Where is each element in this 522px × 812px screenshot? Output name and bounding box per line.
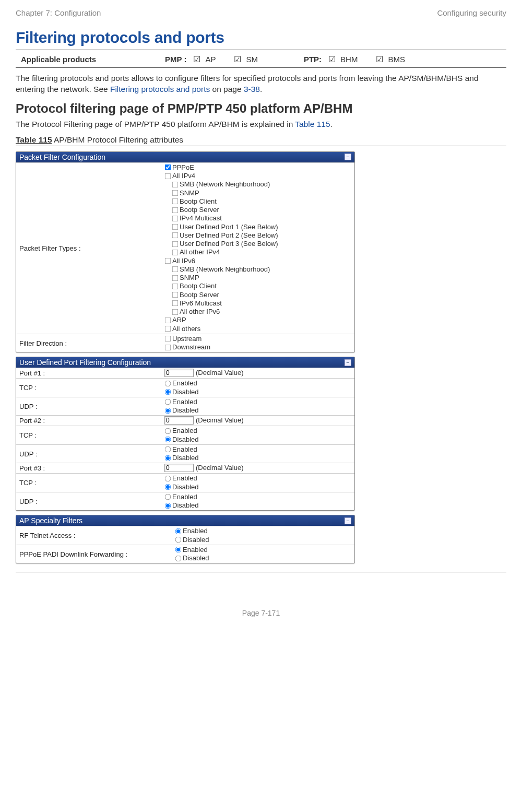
table-link[interactable]: Table 115 (295, 120, 330, 128)
row-value: (Decimal Value) (162, 416, 354, 426)
checkbox-snmp-v4[interactable] (172, 190, 179, 196)
opt-label: Enabled (172, 398, 197, 406)
applicable-products-row: Applicable products PMP : ☑ AP ☑ SM PTP:… (16, 52, 506, 67)
filter-direction-row: Filter Direction : Upstream Downstream (16, 334, 354, 352)
radio-padi-enabled[interactable] (175, 547, 182, 553)
user-defined-port-panel: User Defined Port Filtering Configuratio… (16, 357, 355, 511)
header-left: Chapter 7: Configuration (16, 8, 101, 17)
row-value: Upstream Downstream (162, 334, 354, 352)
port3-input[interactable] (164, 464, 194, 472)
checkbox-allothers[interactable] (165, 326, 171, 332)
opt-label: User Defined Port 2 (See Below) (180, 231, 278, 240)
radio-port3-udp-enabled[interactable] (165, 494, 171, 500)
checkbox-bootpclient-v6[interactable] (172, 284, 179, 290)
opt-label: SNMP (180, 189, 199, 197)
checkbox-udp2[interactable] (172, 232, 179, 239)
radio-port3-udp-disabled[interactable] (165, 502, 171, 509)
checkbox-arp[interactable] (165, 317, 171, 324)
checkbox-pppoe[interactable] (165, 164, 171, 171)
row-value: Enabled Disabled (162, 492, 354, 511)
radio-port2-udp-disabled[interactable] (165, 455, 171, 461)
page-footer: Page 7-171 (16, 609, 506, 617)
radio-port3-tcp-enabled[interactable] (165, 476, 171, 482)
checkbox-udp1[interactable] (172, 224, 179, 230)
opt-label: User Defined Port 3 (See Below) (180, 240, 278, 248)
page-header: Chapter 7: Configuration Configuring sec… (16, 8, 506, 17)
checkbox-downstream[interactable] (165, 344, 171, 350)
intro-text-2: on page (210, 85, 244, 93)
radio-port1-udp-disabled[interactable] (165, 407, 171, 414)
checkbox-smb-v6[interactable] (172, 266, 179, 273)
row-label: Port #3 : (16, 463, 162, 473)
checkbox-ipv6multicast[interactable] (172, 300, 179, 307)
row-value: PPPoE All IPv4 SMB (Network Neighborhood… (162, 163, 354, 334)
row-label: RF Telnet Access : (16, 526, 173, 545)
figure-wrap: Packet Filter Configuration − Packet Fil… (16, 146, 506, 573)
radio-port1-tcp-disabled[interactable] (165, 389, 171, 395)
collapse-icon[interactable]: − (345, 359, 351, 366)
decimal-note: (Decimal Value) (196, 369, 244, 376)
checkbox-allotheripv6[interactable] (172, 309, 179, 315)
checkbox-bootpclient-v4[interactable] (172, 198, 179, 205)
panel-title: AP Specialty Filters (19, 516, 82, 525)
opt-label: Bootp Server (180, 291, 219, 299)
radio-port2-tcp-enabled[interactable] (165, 428, 171, 434)
opt-label: Enabled (183, 527, 208, 535)
check-icon: ☑ (374, 54, 385, 64)
radio-port1-udp-enabled[interactable] (165, 399, 171, 405)
checkbox-upstream[interactable] (165, 336, 171, 342)
intro-link[interactable]: Filtering protocols and ports (110, 85, 210, 93)
row-value: Enabled Disabled (162, 397, 354, 416)
collapse-icon[interactable]: − (345, 517, 351, 524)
radio-port2-udp-enabled[interactable] (165, 446, 171, 453)
radio-port2-tcp-disabled[interactable] (165, 437, 171, 443)
ptp-label: PTP: (304, 55, 322, 64)
checkbox-allotheripv4[interactable] (172, 250, 179, 256)
collapse-icon[interactable]: − (345, 154, 351, 160)
decimal-note: (Decimal Value) (196, 464, 244, 472)
sub-heading: Protocol filtering page of PMP/PTP 450 p… (16, 101, 506, 116)
packet-filter-types-row: Packet Filter Types : PPPoE All IPv4 SMB… (16, 162, 354, 334)
checkbox-allipv6[interactable] (165, 258, 171, 264)
divider (16, 50, 506, 50)
radio-port3-tcp-disabled[interactable] (165, 484, 171, 490)
decimal-note: (Decimal Value) (196, 416, 244, 424)
product-sm: SM (246, 55, 258, 64)
radio-padi-disabled[interactable] (175, 555, 182, 561)
opt-label: SNMP (180, 274, 199, 282)
panel-title: Packet Filter Configuration (19, 153, 105, 161)
checkbox-udp3[interactable] (172, 241, 179, 247)
radio-rf-enabled[interactable] (175, 528, 182, 535)
opt-label: Enabled (183, 546, 208, 554)
subpara-a: The Protocol Filtering page of PMP/PTP 4… (16, 120, 295, 128)
opt-label: SMB (Network Neighborhood) (180, 180, 270, 189)
checkbox-allipv4[interactable] (165, 173, 171, 179)
subpara-b: . (330, 120, 333, 128)
opt-label: Enabled (172, 379, 197, 387)
opt-label: Disabled (183, 536, 209, 544)
row-value: Enabled Disabled (162, 474, 354, 492)
opt-label: All other IPv6 (180, 308, 220, 316)
intro-pageref[interactable]: 3-38 (244, 85, 260, 93)
checkbox-ipv4multicast[interactable] (172, 216, 179, 222)
checkbox-snmp-v6[interactable] (172, 275, 179, 281)
row-label: Packet Filter Types : (16, 163, 162, 334)
row-value: (Decimal Value) (162, 463, 354, 473)
row-label: UDP : (16, 445, 162, 463)
divider (16, 67, 506, 68)
sub-paragraph: The Protocol Filtering page of PMP/PTP 4… (16, 119, 506, 130)
row-label: UDP : (16, 397, 162, 416)
radio-port1-tcp-enabled[interactable] (165, 381, 171, 387)
row-label: Port #2 : (16, 416, 162, 426)
port2-input[interactable] (164, 416, 194, 425)
product-bms: BMS (388, 55, 405, 64)
checkbox-bootpserver-v4[interactable] (172, 207, 179, 213)
check-icon: ☑ (327, 54, 337, 64)
checkbox-smb-v4[interactable] (172, 182, 179, 188)
opt-label: IPv4 Multicast (180, 214, 222, 222)
panel-title: User Defined Port Filtering Configuratio… (19, 358, 151, 367)
port1-input[interactable] (164, 369, 194, 377)
checkbox-bootpserver-v6[interactable] (172, 292, 179, 298)
radio-rf-disabled[interactable] (175, 537, 182, 543)
check-icon: ☑ (232, 54, 243, 64)
